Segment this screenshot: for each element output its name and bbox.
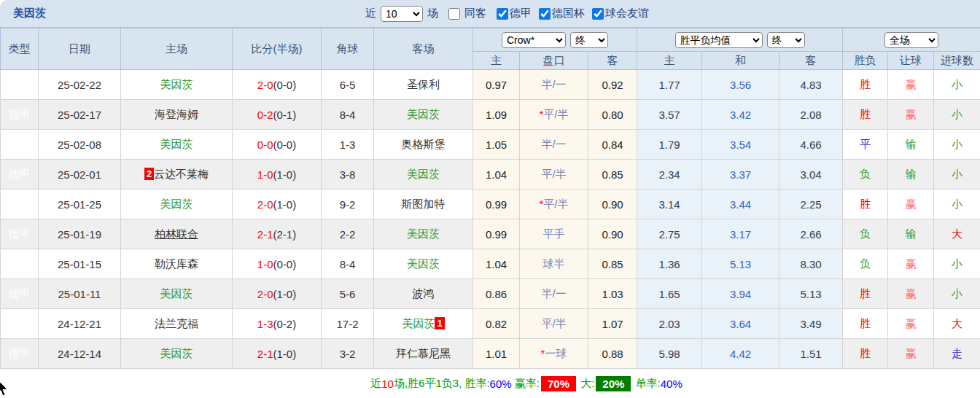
league-type-cell: 德甲 [1,339,39,369]
summary-segment: 赢率: [512,377,540,391]
away-team-link[interactable]: 拜仁慕尼黑 [396,347,451,359]
league-checkbox-0[interactable] [497,8,508,20]
league-type-cell: 德甲 [1,249,39,279]
avg-home-cell: 1.36 [637,249,702,279]
home-team-cell: 美因茨 [121,70,233,100]
handicap-value: 半/一 [541,78,566,90]
summary-segment: 20% [596,376,631,391]
avg-away-cell: 8.30 [779,249,843,279]
home-team-cell: 美因茨 [121,279,233,309]
fulltime-score: 2-1 [257,348,273,360]
home-team-cell: 美因茨 [121,339,233,369]
away-team-cell: 美因茨 [374,249,473,279]
same-away-checkbox[interactable] [448,8,460,20]
date-cell: 25-01-19 [39,219,121,249]
league-type-cell: 德甲 [1,190,39,219]
home-team-link[interactable]: 勒沃库森 [155,257,198,270]
fulltime-score: 0-2 [257,109,273,121]
bookmaker-stage-select[interactable]: 终 [570,32,608,48]
handicap-cell: 半/一 [520,279,588,309]
match-row: 德甲25-01-11美因茨2-0(1-0)5-6波鸿0.86半/一1.031.6… [1,279,980,309]
recent-count-select[interactable]: 10 [381,6,423,22]
result-goals-cell: 大 [934,309,980,339]
away-team-link[interactable]: 奥格斯堡 [402,138,446,150]
home-team-link[interactable]: 美因茨 [160,138,193,150]
subcol-odds-home: 主 [473,52,520,70]
halftime-score: (1-0) [273,348,297,360]
avg-away-cell: 4.66 [779,130,843,160]
league-type-cell: 德甲 [1,130,39,160]
home-team-link[interactable]: 美因茨 [160,347,193,359]
away-team-link[interactable]: 美因茨 [407,227,440,240]
avg-draw-cell: 3.54 [702,130,779,160]
home-team-cell: 美因茨 [121,190,233,219]
handicap-cell: 平/半 [520,160,588,190]
away-odds-cell: 0.80 [588,100,637,130]
corner-cell: 1-3 [322,130,374,160]
summary-segment: 胜率: [464,377,489,391]
filter-bar: 近 10 场 同客 德甲 德国杯 球会友谊 [362,0,649,27]
handicap-value: 一球 [545,347,567,359]
score-cell: 1-0(1-0) [233,160,322,190]
date-cell: 24-12-21 [39,309,121,339]
away-team-link[interactable]: 美因茨 [407,108,440,120]
summary-segment: 40% [661,378,682,390]
match-row: 德甲24-12-14美因茨2-1(1-0)3-2拜仁慕尼黑1.01*一球0.88… [1,339,980,369]
away-team-cell: 美因茨 [374,100,473,130]
fulltime-score: 1-0 [257,258,273,270]
away-odds-cell: 1.03 [588,279,637,309]
away-team-cell: 波鸿 [374,279,473,309]
avg-home-cell: 2.75 [637,219,702,249]
home-team-link[interactable]: 海登海姆 [155,108,198,120]
corner-cell: 6-5 [322,70,374,100]
away-team-link[interactable]: 美因茨 [407,257,440,270]
avg-home-cell: 2.03 [637,309,702,339]
away-team-link[interactable]: 圣保利 [407,78,440,90]
away-team-cell: 拜仁慕尼黑 [374,339,473,369]
result-goals-cell: 小 [934,190,980,219]
score-cell: 2-0(1-0) [233,279,322,309]
league-checkbox-1[interactable] [539,8,551,20]
home-team-link[interactable]: 美因茨 [160,287,193,300]
halftime-score: (0-2) [273,318,297,330]
handicap-value: 平手 [543,227,565,240]
avg-type-select[interactable]: 胜平负均值 [675,32,763,48]
halftime-score: (0-0) [273,138,297,151]
date-cell: 24-12-14 [39,339,121,369]
match-row: 德甲25-01-25美因茨2-0(1-0)9-2斯图加特0.99*平/半0.90… [1,190,980,219]
away-team-rank-badge: 1 [435,317,444,329]
subcol-avg-home: 主 [637,52,702,70]
halftime-score: (1-0) [273,198,297,211]
away-team-link[interactable]: 斯图加特 [402,198,446,210]
bookmaker-select[interactable]: Crow* [502,32,566,48]
avg-home-cell: 1.79 [637,130,702,160]
corner-cell: 2-2 [322,219,374,249]
date-cell: 25-02-01 [39,160,121,190]
away-odds-cell: 1.07 [588,309,637,339]
col-header-home: 主场 [121,28,233,70]
match-row: 德甲25-01-15勒沃库森1-0(0-0)8-4美因茨1.04球半0.851.… [1,249,980,279]
handicap-value: 平/半 [541,168,566,180]
home-team-link[interactable]: 云达不莱梅 [154,168,209,180]
home-team-link[interactable]: 法兰克福 [155,317,198,329]
away-team-link[interactable]: 美因茨 [407,168,440,180]
league-checkbox-2[interactable] [592,8,604,20]
fulltime-score: 2-0 [257,198,273,211]
result-wdl-cell: 胜 [843,190,888,219]
home-team-link[interactable]: 美因茨 [160,78,193,90]
home-team-link[interactable]: 美因茨 [160,198,193,210]
result-wdl-cell: 胜 [843,279,888,309]
avg-stage-select[interactable]: 终 [767,32,805,48]
result-wdl-cell: 胜 [843,339,888,369]
away-team-link[interactable]: 美因茨 [402,317,435,329]
summary-segment: 单率: [632,377,660,391]
col-header-date: 日期 [39,28,121,70]
home-team-cell: 海登海姆 [121,100,233,130]
home-team-link[interactable]: 柏林联合 [155,227,198,240]
avg-away-cell: 2.08 [779,100,843,130]
corner-cell: 3-2 [322,339,374,369]
result-goals-cell: 小 [934,100,980,130]
scope-select[interactable]: 全场 [884,32,938,48]
away-team-link[interactable]: 波鸿 [413,287,435,300]
halftime-score: (2-1) [273,228,297,241]
